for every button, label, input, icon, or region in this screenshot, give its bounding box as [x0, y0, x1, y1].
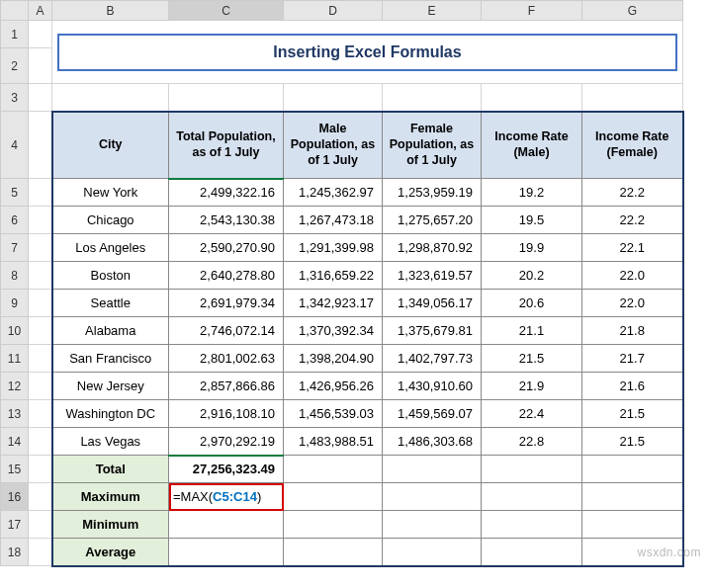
cell[interactable] — [582, 511, 683, 539]
table-cell[interactable]: 2,746,072.14 — [169, 317, 284, 345]
header-female-pop[interactable]: Female Population, as of 1 July — [383, 112, 482, 179]
minimum-label[interactable]: Minimum — [52, 511, 169, 539]
table-cell[interactable]: 1,426,956.26 — [284, 373, 383, 400]
table-cell[interactable]: 2,691,979.34 — [169, 290, 284, 317]
cell[interactable] — [169, 84, 284, 112]
header-city[interactable]: City — [52, 112, 169, 179]
row-header-14[interactable]: 14 — [1, 428, 29, 456]
header-male-pop[interactable]: Male Population, as of 1 July — [284, 112, 383, 179]
table-cell[interactable]: 1,375,679.81 — [383, 317, 482, 345]
maximum-label[interactable]: Maximum — [52, 483, 169, 511]
table-cell[interactable]: 21.5 — [482, 345, 582, 373]
cell[interactable] — [29, 112, 52, 179]
cell[interactable] — [383, 84, 482, 112]
row-header-4[interactable]: 4 — [1, 112, 29, 179]
table-cell[interactable]: 2,499,322.16 — [169, 179, 284, 207]
cell[interactable] — [482, 84, 582, 112]
col-header-A[interactable]: A — [29, 1, 52, 21]
cell[interactable] — [29, 262, 52, 290]
table-cell[interactable]: 1,486,303.68 — [383, 428, 482, 456]
table-cell[interactable]: 21.9 — [482, 373, 582, 400]
cell[interactable] — [29, 428, 52, 456]
header-rate-f[interactable]: Income Rate (Female) — [582, 112, 683, 179]
row-header-15[interactable]: 15 — [1, 456, 29, 483]
header-rate-m[interactable]: Income Rate (Male) — [482, 112, 582, 179]
corner-cell[interactable] — [1, 1, 29, 21]
table-cell[interactable]: Washington DC — [52, 400, 169, 428]
total-label[interactable]: Total — [52, 456, 169, 483]
formula-cell[interactable]: =MAX(C5:C14) — [169, 483, 284, 511]
cell[interactable] — [29, 373, 52, 400]
cell[interactable] — [169, 539, 284, 566]
table-cell[interactable]: Las Vegas — [52, 428, 169, 456]
table-cell[interactable]: 1,342,923.17 — [284, 290, 383, 317]
col-header-B[interactable]: B — [52, 1, 169, 21]
spreadsheet[interactable]: A B C D E F G 1 Inserting Excel Formulas… — [0, 0, 684, 567]
cell[interactable] — [29, 290, 52, 317]
table-cell[interactable]: 1,398,204.90 — [284, 345, 383, 373]
table-cell[interactable]: 21.8 — [582, 317, 683, 345]
table-cell[interactable]: 19.5 — [482, 207, 582, 234]
table-cell[interactable]: 1,253,959.19 — [383, 179, 482, 207]
table-cell[interactable]: 20.6 — [482, 290, 582, 317]
table-cell[interactable]: 1,402,797.73 — [383, 345, 482, 373]
row-header-9[interactable]: 9 — [1, 290, 29, 317]
table-cell[interactable]: 1,370,392.34 — [284, 317, 383, 345]
table-cell[interactable]: 1,483,988.51 — [284, 428, 383, 456]
table-cell[interactable]: San Francisco — [52, 345, 169, 373]
col-header-C[interactable]: C — [169, 1, 284, 21]
row-header-7[interactable]: 7 — [1, 234, 29, 262]
cell[interactable] — [383, 456, 482, 483]
table-cell[interactable]: 1,456,539.03 — [284, 400, 383, 428]
table-cell[interactable]: Boston — [52, 262, 169, 290]
cell[interactable] — [29, 511, 52, 539]
cell[interactable] — [482, 511, 582, 539]
row-header-8[interactable]: 8 — [1, 262, 29, 290]
title-cell[interactable]: Inserting Excel Formulas — [52, 21, 683, 84]
cell[interactable] — [383, 483, 482, 511]
cell[interactable] — [383, 511, 482, 539]
cell[interactable] — [284, 456, 383, 483]
cell[interactable] — [169, 511, 284, 539]
cell[interactable] — [383, 539, 482, 566]
table-cell[interactable]: 2,970,292.19 — [169, 428, 284, 456]
col-header-G[interactable]: G — [582, 1, 683, 21]
table-cell[interactable]: 21.1 — [482, 317, 582, 345]
cell[interactable] — [29, 483, 52, 511]
col-header-E[interactable]: E — [383, 1, 482, 21]
table-cell[interactable]: 1,430,910.60 — [383, 373, 482, 400]
row-header-2[interactable]: 2 — [1, 48, 29, 84]
cell[interactable] — [482, 539, 582, 566]
table-cell[interactable]: 21.5 — [582, 428, 683, 456]
cell[interactable] — [29, 317, 52, 345]
table-cell[interactable]: 1,316,659.22 — [284, 262, 383, 290]
cell[interactable] — [284, 483, 383, 511]
table-cell[interactable]: 21.7 — [582, 345, 683, 373]
cell[interactable] — [582, 456, 683, 483]
total-value[interactable]: 27,256,323.49 — [169, 456, 284, 483]
row-header-17[interactable]: 17 — [1, 511, 29, 539]
table-cell[interactable]: New Jersey — [52, 373, 169, 400]
table-cell[interactable]: 22.1 — [582, 234, 683, 262]
cell[interactable] — [29, 456, 52, 483]
cell[interactable] — [284, 511, 383, 539]
cell[interactable] — [29, 345, 52, 373]
cell[interactable] — [29, 84, 52, 112]
table-cell[interactable]: 22.4 — [482, 400, 582, 428]
col-header-F[interactable]: F — [482, 1, 582, 21]
table-cell[interactable]: 1,323,619.57 — [383, 262, 482, 290]
cell[interactable] — [284, 84, 383, 112]
cell[interactable] — [29, 400, 52, 428]
cell[interactable] — [52, 84, 169, 112]
cell[interactable] — [29, 48, 52, 84]
table-cell[interactable]: 21.6 — [582, 373, 683, 400]
row-header-6[interactable]: 6 — [1, 207, 29, 234]
row-header-11[interactable]: 11 — [1, 345, 29, 373]
row-header-13[interactable]: 13 — [1, 400, 29, 428]
table-cell[interactable]: 2,543,130.38 — [169, 207, 284, 234]
row-header-5[interactable]: 5 — [1, 179, 29, 207]
table-cell[interactable]: Seattle — [52, 290, 169, 317]
table-cell[interactable]: 1,291,399.98 — [284, 234, 383, 262]
table-cell[interactable]: 22.0 — [582, 290, 683, 317]
table-cell[interactable]: Alabama — [52, 317, 169, 345]
